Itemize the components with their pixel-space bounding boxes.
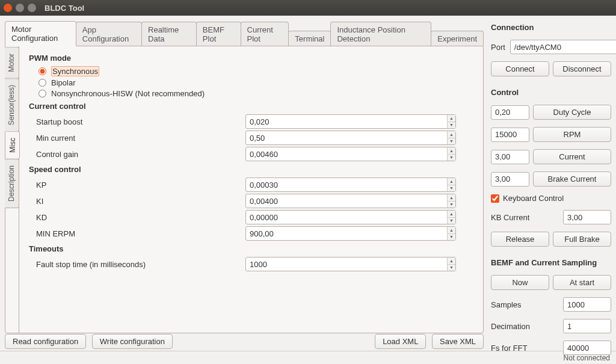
save-xml-button[interactable]: Save XML [432, 334, 484, 349]
control-gain-input[interactable] [246, 147, 447, 161]
samples-spinbox[interactable]: ▲▼ [563, 297, 611, 312]
samples-label: Samples [491, 300, 522, 309]
ki-spinbox[interactable]: ▲▼ [245, 194, 456, 208]
kd-input[interactable] [246, 211, 447, 224]
side-tab-misc[interactable]: Misc [5, 131, 20, 159]
radio-icon[interactable] [38, 90, 46, 97]
speed-control-title: Speed control [29, 165, 473, 174]
startup-boost-spinbox[interactable]: ▲▼ [245, 114, 456, 129]
tab-app-configuration[interactable]: App Configuration [76, 22, 142, 46]
tab-current-plot[interactable]: Current Plot [241, 22, 289, 46]
min-current-label: Min current [29, 134, 245, 143]
chevron-up-icon[interactable]: ▲ [448, 115, 455, 122]
minimize-icon[interactable] [16, 4, 24, 12]
at-start-button[interactable]: At start [553, 275, 611, 290]
full-brake-button[interactable]: Full Brake [553, 232, 611, 247]
current-ctrl-spinbox[interactable]: ▲▼ [491, 150, 529, 164]
fs-label: Fs for FFT [491, 344, 528, 353]
tab-realtime-data[interactable]: Realtime Data [141, 22, 197, 46]
fault-stop-input[interactable] [246, 258, 447, 271]
control-gain-spinbox[interactable]: ▲▼ [245, 147, 456, 161]
port-input[interactable] [510, 40, 616, 54]
chevron-up-icon[interactable]: ▲ [448, 178, 455, 185]
pwm-option-label: Bipolar [51, 78, 75, 87]
startup-boost-input[interactable] [246, 115, 447, 128]
now-button[interactable]: Now [491, 275, 549, 290]
fault-stop-label: Fault stop time (in milliseconds) [29, 260, 245, 269]
side-tab-description[interactable]: Description [5, 159, 19, 208]
pwm-bipolar-radio[interactable]: Bipolar [38, 78, 473, 87]
chevron-down-icon[interactable]: ▼ [448, 155, 455, 161]
chevron-down-icon[interactable]: ▼ [448, 122, 455, 129]
control-gain-label: Control gain [29, 150, 245, 159]
chevron-up-icon[interactable]: ▲ [448, 211, 455, 218]
side-tab-sensorless[interactable]: Sensor(less) [5, 78, 19, 132]
control-title: Control [491, 88, 611, 97]
chevron-down-icon[interactable]: ▼ [448, 234, 455, 241]
write-configuration-button[interactable]: Write configuration [92, 334, 173, 349]
release-button[interactable]: Release [491, 232, 549, 247]
rpm-spinbox[interactable]: ▲▼ [491, 128, 529, 142]
min-erpm-spinbox[interactable]: ▲▼ [245, 226, 456, 241]
connect-button[interactable]: Connect [491, 61, 549, 76]
chevron-down-icon[interactable]: ▼ [448, 218, 455, 224]
tab-inductance-position-detection[interactable]: Inductance Position Detection [330, 22, 431, 46]
pwm-option-label: Synchronous [51, 66, 99, 76]
chevron-up-icon[interactable]: ▲ [448, 147, 455, 155]
decimation-input[interactable] [564, 319, 616, 333]
window-titlebar: BLDC Tool [0, 0, 616, 16]
fs-input[interactable] [564, 341, 616, 354]
window-title: BLDC Tool [45, 4, 84, 13]
duty-spinbox[interactable]: ▲▼ [491, 105, 529, 120]
connection-title: Connection [491, 23, 611, 32]
side-tab-strip: Motor Sensor(less) Misc Description [5, 46, 19, 333]
kp-spinbox[interactable]: ▲▼ [245, 177, 456, 192]
min-erpm-input[interactable] [246, 227, 447, 240]
kp-label: KP [29, 180, 245, 190]
chevron-up-icon[interactable]: ▲ [448, 194, 455, 202]
startup-boost-label: Startup boost [29, 117, 245, 126]
timeouts-title: Timeouts [29, 244, 473, 253]
chevron-down-icon[interactable]: ▼ [448, 138, 455, 145]
kb-current-spinbox[interactable]: ▲▼ [563, 210, 611, 224]
pwm-nonsync-radio[interactable]: Nonsynchronous-HISW (Not recommended) [38, 89, 473, 98]
samples-input[interactable] [564, 298, 616, 311]
chevron-down-icon[interactable]: ▼ [448, 202, 455, 208]
rpm-button[interactable]: RPM [533, 127, 611, 142]
min-current-spinbox[interactable]: ▲▼ [245, 131, 456, 145]
chevron-down-icon[interactable]: ▼ [448, 265, 455, 271]
ki-input[interactable] [246, 194, 447, 208]
brake-spinbox[interactable]: ▲▼ [491, 172, 529, 187]
brake-current-button[interactable]: Brake Current [533, 171, 611, 187]
fault-stop-spinbox[interactable]: ▲▼ [245, 257, 456, 271]
min-current-input[interactable] [246, 131, 447, 144]
close-icon[interactable] [4, 4, 12, 12]
chevron-up-icon[interactable]: ▲ [448, 258, 455, 265]
fs-spinbox[interactable]: ▲▼ [563, 341, 611, 355]
kp-input[interactable] [246, 178, 447, 191]
duty-cycle-button[interactable]: Duty Cycle [533, 105, 611, 120]
side-tab-motor[interactable]: Motor [5, 47, 19, 79]
tab-motor-configuration[interactable]: Motor Configuration [5, 21, 76, 46]
chevron-up-icon[interactable]: ▲ [448, 131, 455, 138]
radio-icon[interactable] [38, 67, 46, 75]
kd-label: KD [29, 213, 245, 222]
load-xml-button[interactable]: Load XML [375, 334, 426, 349]
maximize-icon[interactable] [28, 4, 36, 12]
kb-current-input[interactable] [564, 211, 616, 224]
tab-experiment[interactable]: Experiment [431, 31, 484, 46]
current-button[interactable]: Current [533, 149, 611, 164]
chevron-down-icon[interactable]: ▼ [448, 185, 455, 192]
pwm-synchronous-radio[interactable]: Synchronous [38, 66, 473, 76]
tab-terminal[interactable]: Terminal [288, 31, 331, 46]
kd-spinbox[interactable]: ▲▼ [245, 210, 456, 224]
keyboard-control-checkbox[interactable] [491, 194, 499, 203]
read-configuration-button[interactable]: Read configuration [5, 334, 86, 349]
radio-icon[interactable] [38, 79, 46, 87]
port-label: Port [491, 43, 505, 52]
tab-bemf-plot[interactable]: BEMF Plot [196, 22, 241, 46]
decimation-spinbox[interactable]: ▲▼ [563, 319, 611, 333]
disconnect-button[interactable]: Disconnect [553, 61, 611, 76]
top-tab-strip: Motor Configuration App Configuration Re… [5, 20, 484, 46]
chevron-up-icon[interactable]: ▲ [448, 227, 455, 234]
